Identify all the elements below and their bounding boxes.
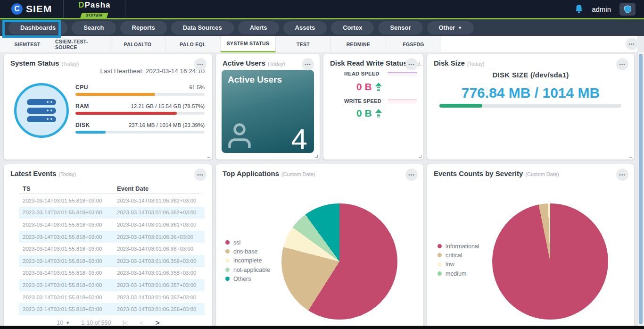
main-navigation: DashboardsSearchReportsData SourcesAlert…: [0, 19, 644, 36]
header-accent-line: [0, 18, 644, 19]
widget-period: (Today): [467, 61, 485, 67]
resource-meters: CPU61.5%RAM12.21 GB / 15.54 GB (78.57%)D…: [75, 84, 205, 141]
nav-item-data-sources[interactable]: Data Sources: [171, 21, 234, 34]
top-applications-widget: Top Applications(Custom Date) ••• ssldns…: [216, 164, 423, 327]
tab-redmine[interactable]: REDMINE: [331, 36, 386, 52]
events-table-header: TS Event Date: [23, 185, 201, 192]
page-size-select[interactable]: 10 ▼: [57, 320, 70, 326]
tab-system-status[interactable]: SYSTEM STATUS: [221, 36, 276, 52]
widget-menu-button[interactable]: •••: [194, 58, 206, 70]
table-row[interactable]: 2023-03-14T03:01:55.818+03:002023-03-14T…: [19, 207, 205, 219]
widget-menu-button[interactable]: •••: [194, 169, 206, 181]
legend-item-low[interactable]: low: [438, 260, 479, 269]
widget-menu-button[interactable]: •••: [616, 58, 628, 70]
meter-value: 12.21 GB / 15.54 GB (78.57%): [131, 103, 205, 109]
table-row[interactable]: 2023-03-14T03:01:55.818+03:002023-03-14T…: [19, 219, 205, 231]
meter-label: DISK: [75, 122, 90, 128]
widget-period: (Today): [61, 61, 79, 67]
resize-handle[interactable]: [207, 155, 210, 158]
caret-down-icon: ▼: [458, 25, 462, 30]
legend-item-dns-base[interactable]: dns-base: [225, 247, 270, 256]
latest-events-widget: Latest Events(Today) ••• TS Event Date 2…: [4, 164, 212, 327]
legend-dot-icon: [225, 259, 230, 263]
security-shield-button[interactable]: [619, 3, 636, 16]
column-header-ts[interactable]: TS: [23, 185, 31, 192]
active-users-widget: Active Users(Today) ••• Active Users 4: [216, 54, 320, 160]
column-header-event-date[interactable]: Event Date: [117, 185, 149, 192]
cell-event-date: 2023-03-14T03:01:06.36+03:00: [117, 234, 193, 240]
table-row[interactable]: 2023-03-14T03:01:55.818+03:002023-03-14T…: [19, 231, 205, 243]
cell-ts: 2023-03-14T03:01:55.818+03:00: [19, 246, 117, 252]
top-applications-pie-chart[interactable]: [281, 203, 397, 320]
active-users-count: 4: [291, 122, 307, 153]
bottom-bar: [0, 326, 644, 329]
nav-item-reports[interactable]: Reports: [120, 21, 167, 34]
disk-size-progress-fill: [439, 104, 482, 108]
cell-ts: 2023-03-14T03:01:55.818+03:00: [19, 295, 117, 300]
table-row[interactable]: 2023-03-14T03:01:55.818+03:002023-03-14T…: [19, 243, 205, 255]
widget-menu-button[interactable]: •••: [302, 58, 314, 70]
legend-item-ssl[interactable]: ssl: [225, 238, 270, 247]
legend-item-incomplete[interactable]: incomplete: [225, 256, 270, 265]
upload-arrow-icon: [375, 83, 382, 91]
nav-item-search[interactable]: Search: [72, 21, 116, 34]
meter-track: [75, 112, 205, 115]
legend-item-critical[interactable]: critical: [438, 251, 479, 260]
system-status-widget: System Status(Today) ••• Last Heartbeat:…: [4, 54, 212, 160]
tab-palo-eql[interactable]: PALO EQL: [165, 36, 221, 52]
table-row[interactable]: 2023-03-14T03:01:55.818+03:002023-03-14T…: [19, 291, 205, 304]
cell-ts: 2023-03-14T03:01:55.818+03:00: [19, 270, 117, 276]
table-row[interactable]: 2023-03-14T03:01:55.818+03:002023-03-14T…: [19, 267, 205, 279]
legend-item-not-applicable[interactable]: not-applicable: [225, 265, 270, 274]
active-users-card: Active Users 4: [222, 70, 314, 153]
write-speed-label: WRITE SPEED: [344, 98, 381, 104]
legend-item-medium[interactable]: medium: [438, 269, 479, 278]
menu-dots-icon: •••: [619, 62, 626, 67]
upload-arrow-icon: [375, 109, 382, 118]
table-row[interactable]: 2023-03-14T03:01:55.818+03:002023-03-14T…: [19, 279, 205, 291]
tabs-overflow-button[interactable]: •••: [626, 38, 638, 50]
widget-title: Disk Size(Today): [434, 59, 485, 67]
meter-track: [75, 93, 205, 96]
table-row[interactable]: 2023-03-14T03:01:55.818+03:002023-03-14T…: [19, 303, 205, 315]
widget-menu-button[interactable]: •••: [616, 169, 628, 181]
nav-item-cortex[interactable]: Cortex: [331, 21, 374, 34]
legend-item-others[interactable]: Others: [225, 274, 270, 283]
legend-label: ssl: [233, 239, 240, 246]
dpasha-rest: Pasha: [84, 0, 110, 9]
disk-size-heading: DISK SIZE (/dev/sda1): [427, 71, 634, 79]
nav-item-other[interactable]: Other▼: [427, 21, 474, 34]
widget-menu-button[interactable]: •••: [405, 58, 418, 70]
tab-test[interactable]: TEST: [276, 36, 331, 52]
tab-fgsfdg[interactable]: FGSFDG: [386, 36, 441, 52]
cell-ts: 2023-03-14T03:01:55.818+03:00: [19, 258, 117, 264]
tab-paloalto[interactable]: PALOALTO: [110, 36, 165, 52]
meter-track: [75, 131, 205, 134]
cell-ts: 2023-03-14T03:01:55.818+03:00: [19, 198, 117, 203]
severity-pie-chart[interactable]: [492, 203, 608, 320]
resize-handle[interactable]: [629, 155, 632, 158]
notifications-bell-icon[interactable]: [575, 4, 583, 14]
nav-item-assets[interactable]: Assets: [283, 21, 327, 34]
legend-label: not-applicable: [233, 267, 270, 273]
tab-siemtest[interactable]: SIEMTEST: [0, 36, 55, 52]
legend-label: informational: [446, 243, 479, 250]
menu-dots-icon: •••: [197, 62, 204, 67]
nav-item-sensor[interactable]: Sensor: [378, 21, 422, 34]
table-row[interactable]: 2023-03-14T03:01:55.818+03:002023-03-14T…: [19, 194, 205, 207]
resize-handle[interactable]: [419, 155, 421, 158]
widget-menu-button[interactable]: •••: [405, 169, 418, 181]
disk-read-write-widget: Disk Read Write Status(Tod... ••• READ S…: [323, 54, 423, 160]
vertical-scrollbar-thumb[interactable]: [639, 54, 643, 324]
nav-item-alerts[interactable]: Alerts: [238, 21, 279, 34]
csiem-logo-icon: C: [11, 3, 23, 15]
resize-handle[interactable]: [315, 155, 318, 158]
table-row[interactable]: 2023-03-14T03:01:55.818+03:002023-03-14T…: [19, 255, 205, 267]
legend-item-informational[interactable]: informational: [438, 242, 479, 251]
csiem-logo[interactable]: C SIEM: [0, 3, 63, 15]
read-speed-sparkline: [388, 72, 417, 77]
widget-title: Top Applications(Custom Date): [223, 169, 315, 177]
cell-event-date: 2023-03-14T03:01:06.357+03:00: [117, 282, 197, 288]
nav-item-dashboards[interactable]: Dashboards: [8, 21, 67, 34]
tab-csiem-test-source[interactable]: CSIEM-TEST-SOURCE: [55, 36, 110, 52]
